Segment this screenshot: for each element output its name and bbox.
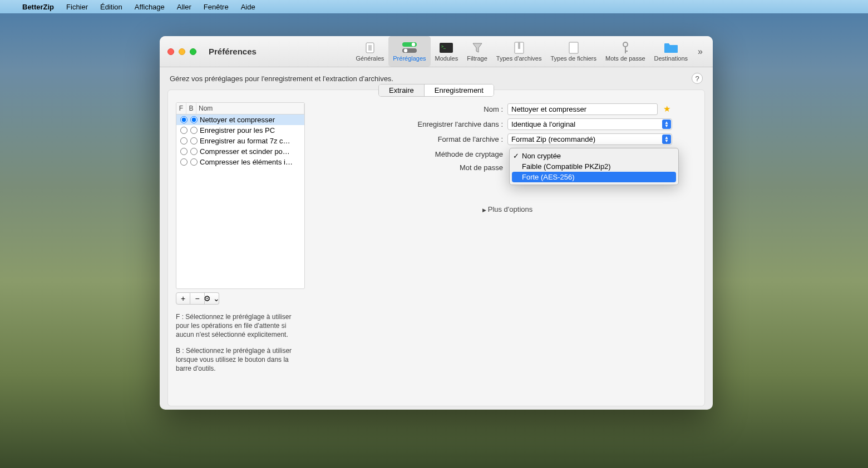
col-name[interactable]: Nom [196, 103, 304, 114]
titlebar: Préférences Générales Préréglages >_ Mod… [160, 36, 713, 67]
format-label: Format de l'archive : [318, 135, 507, 143]
preset-gear-button[interactable]: ⚙︎ ⌄ [205, 292, 219, 305]
preset-name: Enregistrer au format 7z c… [199, 137, 302, 145]
radio-b[interactable] [190, 158, 198, 166]
radio-f[interactable] [180, 116, 188, 123]
add-preset-button[interactable]: + [176, 292, 190, 305]
preset-name: Enregistrer pour les PC [199, 126, 302, 135]
segment-extraire[interactable]: Extraire [379, 84, 425, 96]
encryption-option-weak[interactable]: Faible (Compatible PKZip2) [510, 161, 678, 172]
radio-f[interactable] [180, 158, 188, 166]
radio-b[interactable] [190, 137, 198, 145]
radio-f[interactable] [180, 137, 188, 145]
col-f[interactable]: F [176, 103, 186, 114]
favorite-star-icon[interactable]: ★ [663, 104, 670, 113]
page-description: Gérez vos préréglages pour l'enregistrem… [170, 74, 393, 83]
svg-point-5 [404, 48, 407, 52]
menu-aller[interactable]: Aller [177, 3, 191, 11]
zoom-button[interactable] [190, 48, 196, 55]
toolbar-types-fichiers[interactable]: Types de fichiers [546, 36, 601, 67]
toolbar-generales[interactable]: Générales [352, 36, 389, 67]
svg-text:>_: >_ [441, 44, 446, 49]
help-text-b: B : Sélectionnez le préréglage à utilise… [176, 346, 305, 374]
app-name[interactable]: BetterZip [22, 3, 54, 11]
toolbar-overflow[interactable]: » [692, 36, 708, 67]
radio-f[interactable] [180, 148, 188, 155]
help-button[interactable]: ? [692, 73, 703, 84]
chevron-updown-icon: ▲▼ [662, 120, 671, 129]
toolbar-filtrage[interactable]: Filtrage [462, 36, 492, 67]
file-icon [566, 42, 581, 54]
toolbar-destinations[interactable]: Destinations [650, 36, 693, 67]
slider-icon [362, 42, 378, 54]
preset-row[interactable]: Compresser et scinder po… [176, 146, 304, 157]
preset-row[interactable]: Compresser les éléments i… [176, 157, 304, 167]
menu-fenetre[interactable]: Fenêtre [204, 3, 229, 11]
radio-b[interactable] [190, 116, 198, 123]
preset-row[interactable]: Enregistrer au format 7z c… [176, 136, 304, 146]
window-title: Préférences [209, 47, 257, 56]
menubar: BetterZip Fichier Édition Affichage Alle… [0, 0, 868, 13]
toolbar-types-archives[interactable]: Types d'archives [492, 36, 546, 67]
toggle-icon [402, 42, 417, 54]
preferences-window: Préférences Générales Préréglages >_ Mod… [160, 36, 713, 410]
toolbar-modules[interactable]: >_ Modules [431, 36, 463, 67]
svg-rect-13 [625, 51, 628, 52]
radio-b[interactable] [190, 127, 198, 134]
svg-rect-9 [518, 42, 520, 49]
save-in-label: Enregistrer l'archive dans : [318, 120, 507, 128]
name-label: Nom : [318, 105, 507, 113]
menu-aide[interactable]: Aide [241, 3, 255, 11]
radio-f[interactable] [180, 127, 188, 134]
help-text-f: F : Sélectionnez le préréglage à utilise… [176, 312, 305, 340]
name-input[interactable] [507, 103, 658, 115]
toolbar-prereglages[interactable]: Préréglages [388, 36, 430, 67]
segment-control: Extraire Enregistrement [378, 84, 494, 97]
chevron-updown-icon: ▲▼ [662, 135, 671, 144]
preset-name: Nettoyer et compresser [199, 116, 302, 124]
minimize-button[interactable] [179, 48, 185, 55]
svg-point-3 [412, 42, 415, 46]
preset-table: F B Nom Nettoyer et compresser Enregistr… [176, 102, 305, 289]
preset-name: Compresser les éléments i… [199, 158, 302, 166]
radio-b[interactable] [190, 148, 198, 155]
key-icon [618, 42, 633, 54]
preset-row-buttons: + − ⚙︎ ⌄ [176, 292, 305, 305]
preset-row[interactable]: Nettoyer et compresser [176, 114, 304, 125]
archive-icon [511, 42, 527, 54]
password-label: Mot de passe [318, 163, 507, 172]
traffic-lights [160, 48, 203, 55]
close-button[interactable] [167, 48, 174, 55]
segment-enregistrement[interactable]: Enregistrement [425, 84, 494, 96]
terminal-icon: >_ [438, 42, 454, 54]
encryption-dropdown: Non cryptée Faible (Compatible PKZip2) F… [509, 148, 679, 185]
chevron-down-icon: ⌄ [213, 294, 220, 303]
svg-rect-10 [569, 42, 578, 53]
funnel-icon [470, 42, 485, 54]
encryption-label: Méthode de cryptage [318, 150, 507, 158]
gear-icon: ⚙︎ [204, 294, 211, 303]
format-select[interactable]: Format Zip (recommandé) ▲▼ [507, 133, 672, 145]
remove-preset-button[interactable]: − [190, 292, 205, 305]
folder-icon [663, 42, 679, 54]
more-options-disclosure[interactable]: ▶Plus d'options [318, 205, 697, 213]
encryption-option-strong[interactable]: Forte (AES-256) [512, 172, 676, 182]
svg-rect-12 [625, 47, 626, 53]
svg-rect-1 [368, 45, 372, 51]
toolbar: Générales Préréglages >_ Modules Filtrag… [352, 36, 709, 67]
toolbar-mots-de-passe[interactable]: Mots de passe [601, 36, 650, 67]
preset-row[interactable]: Enregistrer pour les PC [176, 125, 304, 136]
save-in-select[interactable]: Identique à l'original ▲▼ [507, 118, 672, 130]
main-panel: Extraire Enregistrement F B Nom Nettoyer… [167, 89, 705, 406]
svg-point-11 [623, 42, 628, 47]
preset-name: Compresser et scinder po… [199, 147, 302, 156]
preset-table-header: F B Nom [176, 103, 304, 114]
menu-edition[interactable]: Édition [100, 3, 122, 11]
menu-affichage[interactable]: Affichage [135, 3, 165, 11]
encryption-option-none[interactable]: Non cryptée [510, 151, 678, 161]
triangle-right-icon: ▶ [482, 207, 486, 213]
col-b[interactable]: B [186, 103, 196, 114]
menu-fichier[interactable]: Fichier [66, 3, 88, 11]
